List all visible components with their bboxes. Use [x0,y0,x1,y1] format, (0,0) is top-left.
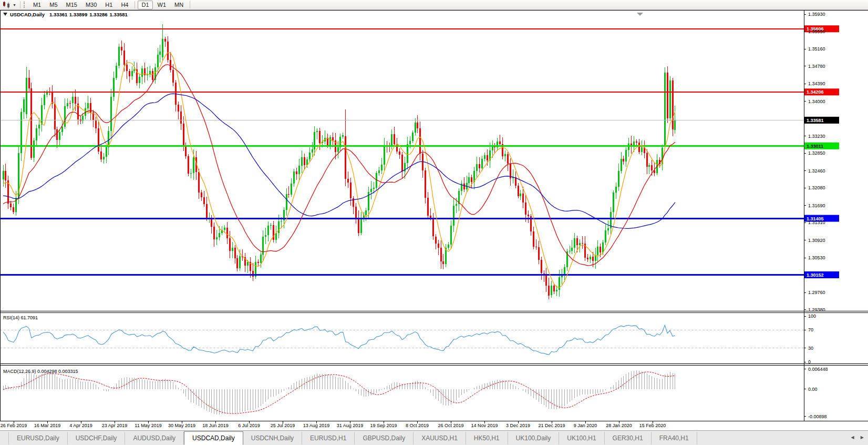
date-axis-label: 8 Oct 2019 [406,423,429,428]
date-axis-label: 9 Jan 2020 [574,423,597,428]
price-axis-label: 1.32080 [808,185,825,190]
chart-tab-uk100-daily[interactable]: UK100,Daily [508,432,560,444]
timeframe-button-M1[interactable]: M1 [29,1,45,9]
price-axis-label: 1.34780 [808,64,825,69]
date-axis-label: 16 Mar 2019 [34,423,61,428]
chart-tab-usdcad-daily[interactable]: USDCAD,Daily [184,431,243,445]
macd-axis-label: 0.006448 [808,367,828,372]
chevron-down-icon[interactable]: ▼ [13,3,16,7]
timeframe-button-W1[interactable]: W1 [154,1,170,9]
current-price-label: 1.33581 [807,118,824,123]
candles-bull-bodies [3,39,676,295]
mt4-window: ▼ M1M5M15M30H1H4D1W1MN 1.356061.342061.3… [0,0,868,445]
date-axis-label: 23 Apr 2019 [102,423,128,428]
toolbar-separator [190,1,190,8]
chart-tab-bar: EURUSD,DailyUSDCHF,DailyAUDUSD,DailyUSDC… [0,430,868,445]
chart-tab-uk100-h1[interactable]: UK100,H1 [559,432,604,444]
tab-scroll-left-icon[interactable]: ◀ [851,435,854,440]
timeframe-button-MN[interactable]: MN [171,1,187,9]
macd-signal-line[interactable] [3,372,675,413]
chart-tab-xauusd-h1[interactable]: XAUUSD,H1 [414,432,466,444]
price-axis-label: 1.34390 [808,81,825,86]
chart-tab-usdcnh-daily[interactable]: USDCNH,Daily [243,432,302,444]
date-axis-label: 6 Jul 2019 [238,423,260,428]
candles-bear-bodies [5,39,673,295]
price-axis-label: 1.29760 [808,290,825,295]
price-axis-label: 1.32850 [808,150,825,156]
ma-line-medium-20[interactable] [3,65,675,266]
date-axis-label: 26 Oct 2019 [438,423,463,428]
timeframe-button-D1[interactable]: D1 [138,1,152,9]
date-axis-label: 26 Feb 2019 [1,423,27,428]
date-axis-label: 21 Dec 2019 [538,423,565,428]
date-axis-label: 4 Apr 2019 [69,423,92,428]
rsi-axis-label: 70 [808,327,813,332]
level-price-label: 1.34206 [807,89,824,95]
chart-tab-fra40-h1[interactable]: FRA40,H1 [652,432,697,444]
timeframe-button-M5[interactable]: M5 [46,1,61,9]
toolbar-separator [20,1,20,8]
macd-axis-label: -0.00898 [808,414,827,419]
chart-tab-eurusd-h1[interactable]: EURUSD,H1 [302,432,355,444]
timeframe-button-H4[interactable]: H4 [117,1,132,9]
chart-symbol: USDCAD,Daily [10,12,45,17]
price-axis-label: 1.30920 [808,238,825,243]
timeframe-button-H1[interactable]: H1 [101,1,116,9]
ma-line-slow-50[interactable] [3,94,675,228]
price-axis-label: 1.31690 [808,203,825,208]
ma-line-fast-6[interactable] [3,53,675,288]
date-axis-label: 15 Feb 2020 [639,423,666,428]
date-axis-label: 13 Aug 2019 [303,423,330,428]
price-axis-label: 1.35550 [808,29,825,34]
rsi-axis-label: 30 [808,346,813,351]
level-price-label: 1.33011 [807,144,823,149]
price-axis-label: 1.34000 [808,99,825,104]
macd-label: MACD(12,26,9) 0.004298 0.003315 [3,369,78,374]
tab-scroll-right-icon[interactable]: ▶ [861,435,864,440]
rsi-label: RSI(14) 61.7091 [3,315,38,320]
chart-header-title: USDCAD,Daily1.333611.338991.332861.33581 [10,12,128,17]
price-axis-label: 1.30530 [808,255,825,260]
level-price-label: 1.30152 [807,272,824,278]
date-axis-label: 3 Dec 2019 [506,423,530,428]
date-axis-label: 11 May 2019 [135,423,161,428]
ohlc-high: 1.33899 [69,12,87,17]
date-axis-label: 30 May 2019 [168,423,195,428]
date-axis-label: 31 Aug 2019 [337,423,364,428]
price-axis-label: 1.29380 [808,307,825,312]
chart-tab-gbpusd-daily[interactable]: GBPUSD,Daily [355,432,414,444]
timeframe-button-M15[interactable]: M15 [63,1,81,9]
timeframe-button-M30[interactable]: M30 [82,1,100,9]
date-axis-label: 19 Sep 2019 [370,423,397,428]
timeframe-toolbar: ▼ M1M5M15M30H1H4D1W1MN [0,0,868,10]
ohlc-open: 1.33361 [49,12,68,17]
chart-tab-eurusd-daily[interactable]: EURUSD,Daily [8,432,68,444]
macd-axis-label: 0.00 [808,387,818,392]
toolbar-grip[interactable] [24,2,26,8]
chart-title-caret-icon[interactable] [3,13,7,16]
price-axis-label: 1.35930 [808,12,825,17]
date-axis-label: 14 Nov 2019 [471,423,498,428]
macd-histogram [3,370,675,414]
rsi-axis-label: 100 [808,313,816,319]
ohlc-close: 1.33581 [110,12,128,17]
chart-tab-hk50-h1[interactable]: HK50,H1 [466,432,508,444]
chart-tab-audusd-daily[interactable]: AUDUSD,Daily [125,432,184,444]
chart-period-icon[interactable] [2,1,12,8]
date-axis-label: 25 Jul 2019 [271,423,295,428]
tab-scroll-arrows: ◀ ▶ [845,435,864,440]
price-axis-label: 1.32460 [808,168,825,174]
toolbar-separator [135,1,135,8]
chart-window: 1.356061.342061.330111.314051.301521.335… [0,10,868,430]
date-axis-label: 18 Jun 2019 [202,423,229,428]
rsi-axis-label: 0 [808,359,811,365]
price-axis-label: 1.31310 [808,220,825,225]
date-axis-label: 28 Jan 2020 [606,423,632,428]
price-axis-label: 1.35160 [808,46,825,52]
chart-tab-ger30-h1[interactable]: GER30,H1 [605,432,652,444]
price-axis-label: 1.33230 [808,134,825,139]
chart-tab-usdchf-daily[interactable]: USDCHF,Daily [68,432,126,444]
chart-area[interactable]: 1.356061.342061.330111.314051.301521.335… [0,10,868,430]
chart-shift-marker-icon[interactable] [637,13,643,16]
ohlc-low: 1.33286 [89,12,107,17]
